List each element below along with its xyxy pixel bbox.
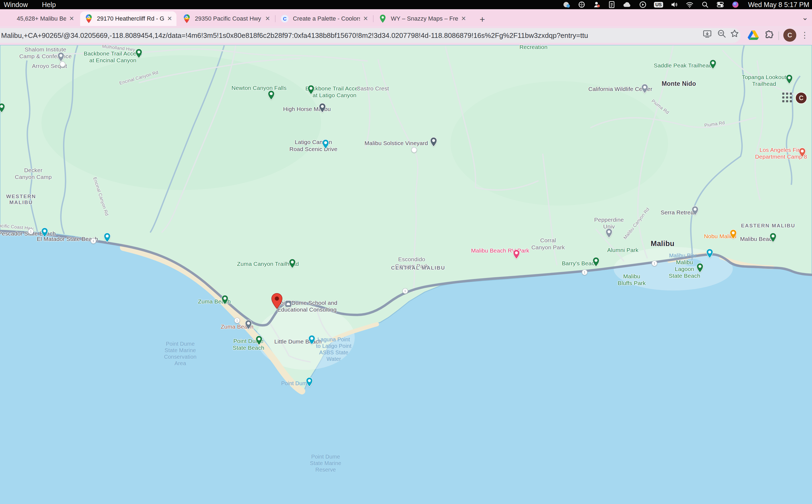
macos-menu-bar: WindowHelp US Wed May 8 5:17 PM [0,0,812,9]
tab-separator [275,15,276,22]
screen-record-icon[interactable] [578,1,586,9]
zoom-icon[interactable] [717,29,726,38]
saddle-peak-trailhead-pin[interactable] [709,59,716,69]
tab-close-icon[interactable]: ✕ [167,15,172,22]
kebab-menu-icon[interactable]: ⋮ [801,28,809,42]
notes-doc-icon[interactable] [608,1,615,9]
backbone-trail-encinal-pin[interactable] [135,48,142,58]
greenpin-favicon [378,14,387,23]
topanga-lookout-trailhead-pin[interactable] [786,74,793,84]
edge-park-pin[interactable] [0,103,5,113]
control-center-icon[interactable] [716,1,724,9]
svg-text:1: 1 [404,289,406,293]
route-shield-1: 1 [27,228,34,235]
latigo-scenic-drive-pin[interactable] [322,139,329,149]
la-fire-department-camp-8-pin[interactable] [799,148,806,158]
malibu-solstice-vineyard-pin[interactable] [430,137,437,147]
drive-extension-icon[interactable] [748,30,759,41]
address-bar[interactable]: Malibu,+CA+90265/@34.0205669,-118.808945… [0,28,741,43]
el-pescador-state-beach-pin[interactable] [41,227,48,237]
point-dume-school-icon[interactable] [284,300,292,308]
send-to-device-icon[interactable] [702,29,712,38]
little-dume-beach-pin[interactable] [308,335,315,345]
new-tab-button[interactable]: + [477,14,488,25]
point-dume-state-beach-pin[interactable] [256,335,263,345]
menu-window[interactable]: Window [4,1,28,9]
siri-icon[interactable] [731,1,739,9]
no-favicon [4,14,13,23]
extensions-puzzle-icon[interactable] [764,30,775,42]
profile-avatar[interactable]: C [783,29,796,42]
california-wildlife-center-pin[interactable] [641,84,648,94]
google-map-canvas[interactable]: Shalom InstituteCamp & ConferenceMulholl… [0,45,812,504]
svg-text:1: 1 [584,271,585,274]
svg-text:1: 1 [30,230,32,233]
spotlight-search-icon[interactable] [701,1,709,9]
tab-search-chevron-icon[interactable]: ⌄ [802,13,808,22]
tab-4[interactable]: CCreate a Palette - Coolors✕ [276,11,372,26]
el-matador-state-beach-pin[interactable] [104,233,111,243]
route-shield [411,146,418,153]
serra-retreat-pin[interactable] [692,206,699,216]
browser-toolbar: Malibu,+CA+90265/@34.0205669,-118.808945… [0,26,812,45]
wifi-icon[interactable] [685,1,694,9]
malibu-beach-pin[interactable] [770,233,777,243]
newton-canyon-falls-pin[interactable] [268,90,275,100]
tab-5[interactable]: WY – Snazzy Maps – Free Sty✕ [374,11,470,26]
backbone-trail-latigo-pin[interactable] [307,85,315,95]
volume-icon[interactable] [670,1,678,9]
zuma-beach-pin[interactable] [245,320,252,330]
tab-close-icon[interactable]: ✕ [69,15,74,22]
malibu-pier-pin[interactable] [706,248,713,258]
destination-marker-29170-heathercliff[interactable] [271,293,283,309]
bookmark-star-icon[interactable] [730,29,739,38]
menu-bar-clock: Wed May 8 5:17 PM [748,1,809,9]
menu-items: WindowHelp [0,1,56,9]
tab-title: WY – Snazzy Maps – Free Sty [391,15,458,22]
pepperdine-univ-pin[interactable] [605,228,613,238]
url-text[interactable]: Malibu,+CA+90265/@34.0205669,-118.808945… [1,28,618,43]
tab-title: 29350 Pacific Coast Hwy - G [195,15,262,22]
tab-close-icon[interactable]: ✕ [461,15,466,22]
tab-title: Create a Palette - Coolors [293,15,360,22]
map-account-avatar[interactable]: C [795,92,807,104]
svg-text:1: 1 [654,262,655,265]
tab-close-icon[interactable]: ✕ [265,15,270,22]
cloud-icon[interactable] [623,1,632,9]
point-dume-pin[interactable] [306,377,313,387]
menu-bar-status-area: US Wed May 8 5:17 PM [562,0,809,9]
status-icons: US [562,1,739,9]
nobu-malibu-pin[interactable] [730,229,737,239]
route-shield-1: 1 [234,317,241,324]
tab-close-icon[interactable]: ✕ [363,15,368,22]
route-shield-1: 1 [402,287,409,294]
browser-tab-strip: 45,628+ Malibu Beach Pictur✕29170 Heathe… [0,9,812,26]
svg-text:1: 1 [93,240,94,243]
route-shield-1: 1 [90,237,97,244]
apps-grid-icon[interactable] [782,93,793,103]
svg-text:C: C [283,16,286,22]
barrys-beach-pin[interactable] [592,257,600,267]
coolors-favicon: C [280,14,289,23]
malibu-lagoon-state-beach-pin[interactable] [696,263,703,273]
route-shield [59,61,66,68]
menu-help[interactable]: Help [42,1,56,9]
map-pins-layer: 111111 [0,45,812,504]
tab-2-active[interactable]: 29170 Heathercliff Rd - Goog✕ [80,11,176,26]
svg-text:1: 1 [236,319,238,322]
tab-3[interactable]: 29350 Pacific Coast Hwy - G✕ [178,11,274,26]
app-badge-icon[interactable] [562,1,571,9]
keyboard-us-badge-label: US [654,2,663,8]
toolbar-divider [778,31,779,40]
keyboard-us-badge[interactable]: US [654,1,663,9]
route-shield-1: 1 [581,269,588,276]
tab-1[interactable]: 45,628+ Malibu Beach Pictur✕ [0,11,78,26]
play-circle-icon[interactable] [639,1,647,9]
maps-favicon [84,14,93,23]
password-person-icon[interactable] [593,1,601,9]
high-horse-malibu-pin[interactable] [319,103,326,113]
malibu-beach-rv-park-pin[interactable] [513,250,520,260]
zuma-beach-park-pin[interactable] [221,295,228,305]
route-shield-1: 1 [651,260,658,267]
zuma-canyon-trailhead-pin[interactable] [289,258,296,269]
